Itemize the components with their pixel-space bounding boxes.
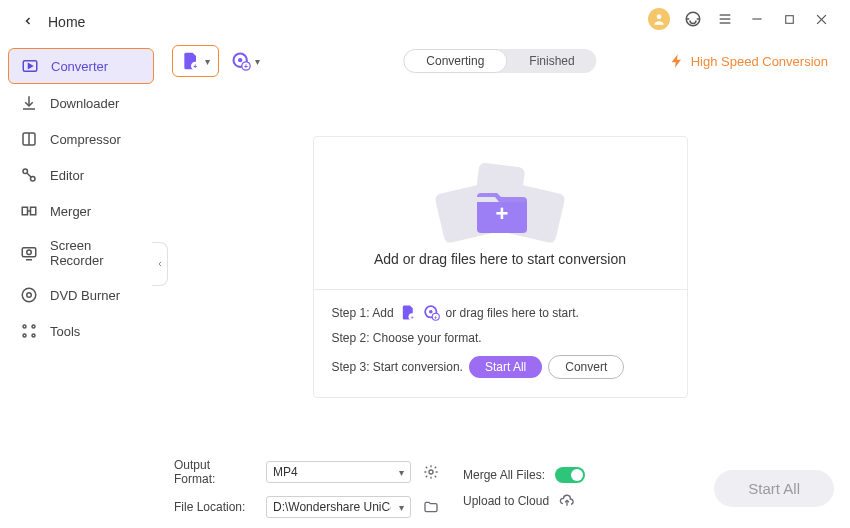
sidebar-item-dvd-burner[interactable]: DVD Burner: [8, 278, 154, 312]
card-toolbar: + ▾ + ▾ Converting Finished High Speed C…: [162, 38, 838, 84]
drop-zone-text: Add or drag files here to start conversi…: [374, 251, 626, 267]
start-all-button[interactable]: Start All: [714, 470, 834, 507]
output-settings-icon[interactable]: [423, 464, 439, 480]
step-2-text: Step 2: Choose your format.: [332, 331, 482, 345]
content-card: + ▾ + ▾ Converting Finished High Speed C…: [162, 38, 838, 450]
chevron-down-icon: ▾: [205, 56, 210, 67]
maximize-icon[interactable]: [780, 10, 798, 28]
sidebar-item-label: Screen Recorder: [50, 238, 142, 268]
window-topbar: [162, 0, 838, 38]
output-format-value: MP4: [273, 465, 298, 479]
svg-point-18: [657, 14, 662, 19]
file-location-value: D:\Wondershare UniConverter 1: [273, 500, 391, 514]
step-1: Step 1: Add + + or drag files here to st…: [332, 304, 669, 321]
screen-recorder-icon: [20, 244, 38, 262]
svg-text:+: +: [193, 63, 197, 70]
status-tabs: Converting Finished: [403, 49, 596, 73]
upload-label: Upload to Cloud: [463, 494, 549, 508]
svg-point-14: [23, 325, 26, 328]
sidebar-item-label: Editor: [50, 168, 84, 183]
sidebar-item-label: DVD Burner: [50, 288, 120, 303]
svg-point-30: [238, 58, 242, 62]
sidebar-list: Converter Downloader Compressor Editor: [0, 48, 162, 348]
drop-zone[interactable]: + Add or drag files here to start conver…: [313, 136, 688, 398]
drop-zone-top: + Add or drag files here to start conver…: [314, 161, 687, 289]
bottom-left: Output Format: MP4 ▾ File Location: D:\W…: [174, 458, 439, 518]
tools-icon: [20, 322, 38, 340]
chevron-down-icon: ▾: [399, 467, 404, 478]
converter-icon: [21, 57, 39, 75]
svg-line-5: [27, 173, 32, 178]
home-label: Home: [48, 14, 85, 30]
chevron-down-icon: ▾: [399, 502, 404, 513]
step-2: Step 2: Choose your format.: [332, 331, 669, 345]
high-speed-toggle[interactable]: High Speed Conversion: [669, 53, 828, 69]
tab-converting[interactable]: Converting: [403, 49, 507, 73]
home-nav[interactable]: Home: [0, 0, 162, 48]
add-file-mini-icon: +: [400, 304, 417, 321]
drop-zone-wrap: + Add or drag files here to start conver…: [162, 84, 838, 450]
svg-text:+: +: [244, 63, 248, 70]
merge-toggle[interactable]: [555, 467, 585, 483]
step-3: Step 3: Start conversion. Start All Conv…: [332, 355, 669, 379]
sidebar-item-label: Merger: [50, 204, 91, 219]
output-format-row: Output Format: MP4 ▾: [174, 458, 439, 486]
file-location-select[interactable]: D:\Wondershare UniConverter 1 ▾: [266, 496, 411, 518]
svg-rect-6: [22, 207, 27, 215]
back-icon: [22, 14, 34, 30]
merge-label: Merge All Files:: [463, 468, 545, 482]
tab-finished[interactable]: Finished: [507, 49, 596, 73]
sidebar-item-screen-recorder[interactable]: Screen Recorder: [8, 230, 154, 276]
output-format-label: Output Format:: [174, 458, 254, 486]
sidebar-item-editor[interactable]: Editor: [8, 158, 154, 192]
compressor-icon: [20, 130, 38, 148]
merger-icon: [20, 202, 38, 220]
close-icon[interactable]: [812, 10, 830, 28]
high-speed-label: High Speed Conversion: [691, 54, 828, 69]
svg-point-12: [22, 288, 36, 302]
svg-point-13: [27, 293, 32, 298]
output-format-select[interactable]: MP4 ▾: [266, 461, 411, 483]
svg-point-16: [23, 334, 26, 337]
user-avatar[interactable]: [648, 8, 670, 30]
editor-icon: [20, 166, 38, 184]
sidebar-item-compressor[interactable]: Compressor: [8, 122, 154, 156]
step-1-suffix: or drag files here to start.: [446, 306, 579, 320]
add-disc-button[interactable]: + ▾: [225, 46, 266, 76]
convert-small-button[interactable]: Convert: [548, 355, 624, 379]
cloud-upload-icon[interactable]: [559, 493, 575, 509]
add-disc-mini-icon: +: [423, 304, 440, 321]
open-folder-icon[interactable]: [423, 499, 439, 515]
sidebar-item-downloader[interactable]: Downloader: [8, 86, 154, 120]
sidebar-item-label: Tools: [50, 324, 80, 339]
dvd-burner-icon: [20, 286, 38, 304]
lightning-icon: [669, 53, 685, 69]
folder-illustration: +: [445, 161, 555, 245]
step-1-prefix: Step 1: Add: [332, 306, 394, 320]
support-icon[interactable]: [684, 10, 702, 28]
svg-marker-1: [29, 64, 33, 69]
svg-point-39: [429, 470, 433, 474]
sidebar-item-label: Downloader: [50, 96, 119, 111]
drop-zone-steps: Step 1: Add + + or drag files here to st…: [314, 289, 687, 397]
menu-icon[interactable]: [716, 10, 734, 28]
svg-point-10: [27, 250, 32, 255]
start-all-small-button[interactable]: Start All: [469, 356, 542, 378]
bottom-bar: Output Format: MP4 ▾ File Location: D:\W…: [162, 450, 838, 518]
add-file-button[interactable]: + ▾: [172, 45, 219, 77]
sidebar-item-merger[interactable]: Merger: [8, 194, 154, 228]
file-location-row: File Location: D:\Wondershare UniConvert…: [174, 496, 439, 518]
bottom-mid: Merge All Files: Upload to Cloud: [463, 467, 585, 509]
sidebar-item-converter[interactable]: Converter: [8, 48, 154, 84]
minimize-icon[interactable]: [748, 10, 766, 28]
main-panel: + ▾ + ▾ Converting Finished High Speed C…: [162, 0, 850, 528]
plus-icon: +: [496, 201, 509, 227]
upload-row: Upload to Cloud: [463, 493, 585, 509]
sidebar-item-tools[interactable]: Tools: [8, 314, 154, 348]
add-button-group: + ▾ + ▾: [172, 45, 266, 77]
svg-point-17: [32, 334, 35, 337]
sidebar-item-label: Compressor: [50, 132, 121, 147]
file-location-label: File Location:: [174, 500, 254, 514]
sidebar-item-label: Converter: [51, 59, 108, 74]
merge-row: Merge All Files:: [463, 467, 585, 483]
